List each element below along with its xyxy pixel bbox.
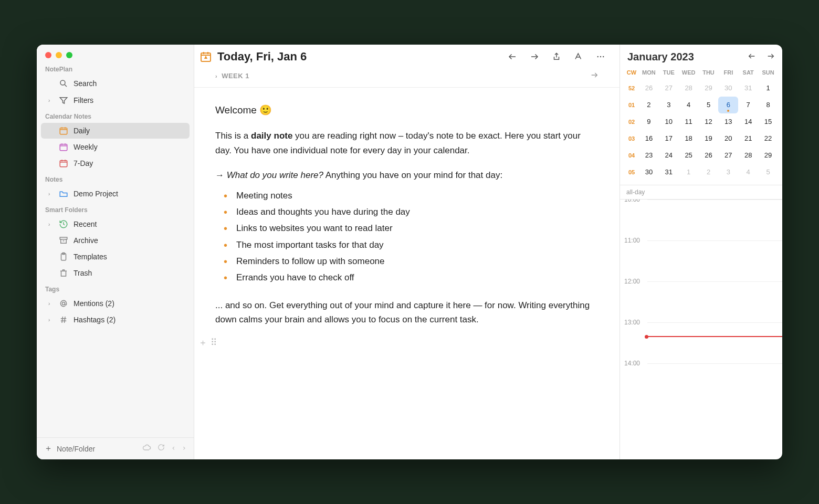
all-day-row[interactable]: all-day <box>620 185 782 200</box>
calendar-day[interactable]: 8 <box>758 97 778 113</box>
calendar-day[interactable]: 25 <box>679 147 699 164</box>
maximize-window-button[interactable] <box>66 52 72 58</box>
sidebar-item-templates[interactable]: ›Templates <box>41 249 190 265</box>
share-button[interactable] <box>548 50 565 63</box>
svg-rect-11 <box>60 161 67 167</box>
sidebar-item-mentions-2-[interactable]: ›Mentions (2) <box>41 296 190 311</box>
calendar-day[interactable]: 15 <box>758 113 778 130</box>
calendar-day[interactable]: 23 <box>639 147 659 164</box>
sidebar-item-hashtags-2-[interactable]: ›Hashtags (2) <box>41 312 190 328</box>
close-window-button[interactable] <box>45 52 51 58</box>
calendar-day[interactable]: 24 <box>659 147 679 164</box>
calendar-day[interactable]: 1 <box>758 80 778 97</box>
calendar-day[interactable]: 21 <box>738 130 758 147</box>
calendar-day[interactable]: 11 <box>679 113 699 130</box>
svg-point-34 <box>603 56 604 57</box>
more-button[interactable] <box>592 50 609 63</box>
calendar-day[interactable]: 26 <box>639 80 659 97</box>
sidebar-item-weekly[interactable]: ›Weekly <box>41 139 190 155</box>
calendar-day[interactable]: 6 <box>718 97 738 113</box>
calendar-day[interactable]: 5 <box>699 97 719 113</box>
dow-header: THU <box>699 67 719 80</box>
calendar-day[interactable]: 30 <box>718 80 738 97</box>
add-line-icon[interactable]: ＋ <box>198 335 207 348</box>
time-row[interactable]: 14:00 <box>647 363 782 404</box>
history-forward-button[interactable] <box>526 50 543 63</box>
calendar-day[interactable]: 7 <box>738 97 758 113</box>
calendar-title[interactable]: January 2023 <box>627 51 694 63</box>
cw-label[interactable]: 03 <box>624 130 639 147</box>
calendar-day[interactable]: 28 <box>738 147 758 164</box>
drag-handle-icon[interactable]: ⠿ <box>211 335 217 348</box>
cw-label[interactable]: 52 <box>624 80 639 97</box>
time-row[interactable]: 11:00 <box>647 240 782 281</box>
dow-header: WED <box>679 67 699 80</box>
timeline[interactable]: 10:0011:0012:0013:0014:00 <box>620 200 782 459</box>
trash-icon <box>59 268 68 278</box>
calendar-day[interactable]: 4 <box>738 164 758 181</box>
calendar-pane: January 2023 CWMONTUEWEDTHUFRISATSUN5226… <box>620 45 782 459</box>
calendar-day[interactable]: 30 <box>639 164 659 181</box>
calendar-day[interactable]: 26 <box>699 147 719 164</box>
hash-icon <box>59 315 68 324</box>
cw-label[interactable]: 05 <box>624 164 639 181</box>
calendar-day[interactable]: 31 <box>659 164 679 181</box>
chevron-right-icon: › <box>48 317 54 323</box>
cw-label[interactable]: 02 <box>624 113 639 130</box>
calendar-day[interactable]: 29 <box>758 147 778 164</box>
calendar-day[interactable]: 20 <box>718 130 738 147</box>
calendar-day[interactable]: 17 <box>659 130 679 147</box>
calendar-next-button[interactable] <box>766 52 775 62</box>
calendar-day[interactable]: 2 <box>639 97 659 113</box>
nav-back-icon[interactable]: ‹ <box>171 444 175 454</box>
cw-label[interactable]: 04 <box>624 147 639 164</box>
calendar-day[interactable]: 18 <box>679 130 699 147</box>
search-item[interactable]: › Search <box>41 76 190 91</box>
sidebar-item-trash[interactable]: ›Trash <box>41 265 190 281</box>
sidebar-item-archive[interactable]: ›Archive <box>41 233 190 248</box>
calendar-prev-button[interactable] <box>748 52 756 62</box>
notes-header: Notes <box>37 172 194 185</box>
calendar-day[interactable]: 29 <box>699 80 719 97</box>
note-content[interactable]: Welcome 🙂 This is a daily note you are r… <box>194 88 620 348</box>
format-button[interactable] <box>570 50 587 63</box>
calendar-day[interactable]: 4 <box>679 97 699 113</box>
calendar-day[interactable]: 27 <box>718 147 738 164</box>
calendar-day[interactable]: 3 <box>718 164 738 181</box>
sidebar-item-7-day[interactable]: ›7-Day <box>41 155 190 171</box>
nav-forward-icon[interactable]: › <box>182 444 186 454</box>
calendar-day[interactable]: 10 <box>659 113 679 130</box>
new-note-folder-label[interactable]: Note/Folder <box>57 445 95 453</box>
calendar-day[interactable]: 19 <box>699 130 719 147</box>
calendar-day[interactable]: 14 <box>738 113 758 130</box>
history-back-button[interactable] <box>504 50 521 63</box>
cloud-icon[interactable] <box>143 444 151 454</box>
calendar-day[interactable]: 28 <box>679 80 699 97</box>
calendar-day[interactable]: 13 <box>718 113 738 130</box>
calendar-day[interactable]: 12 <box>699 113 719 130</box>
time-row[interactable]: 12:00 <box>647 281 782 322</box>
goto-week-button[interactable] <box>590 71 598 81</box>
svg-point-0 <box>60 80 65 85</box>
time-row[interactable]: 13:00 <box>647 322 782 363</box>
sidebar-item-recent[interactable]: ›Recent <box>41 216 190 232</box>
calendar-day[interactable]: 5 <box>758 164 778 181</box>
calendar-day[interactable]: 27 <box>659 80 679 97</box>
sidebar-item-demo-project[interactable]: ›Demo Project <box>41 186 190 202</box>
time-row[interactable]: 10:00 <box>647 200 782 240</box>
calendar-day[interactable]: 2 <box>699 164 719 181</box>
calendar-day[interactable]: 9 <box>639 113 659 130</box>
filters-item[interactable]: › Filters <box>41 92 190 108</box>
calendar-day[interactable]: 3 <box>659 97 679 113</box>
cw-label[interactable]: 01 <box>624 97 639 113</box>
minimize-window-button[interactable] <box>56 52 62 58</box>
calendar-day[interactable]: 16 <box>639 130 659 147</box>
week-bar[interactable]: › WEEK 1 <box>194 68 620 88</box>
sidebar-item-daily[interactable]: ›Daily <box>41 123 190 139</box>
calendar-header: January 2023 <box>620 45 782 66</box>
sync-icon[interactable] <box>158 444 165 454</box>
add-icon[interactable]: ＋ <box>44 443 52 454</box>
calendar-day[interactable]: 22 <box>758 130 778 147</box>
calendar-day[interactable]: 31 <box>738 80 758 97</box>
calendar-day[interactable]: 1 <box>679 164 699 181</box>
